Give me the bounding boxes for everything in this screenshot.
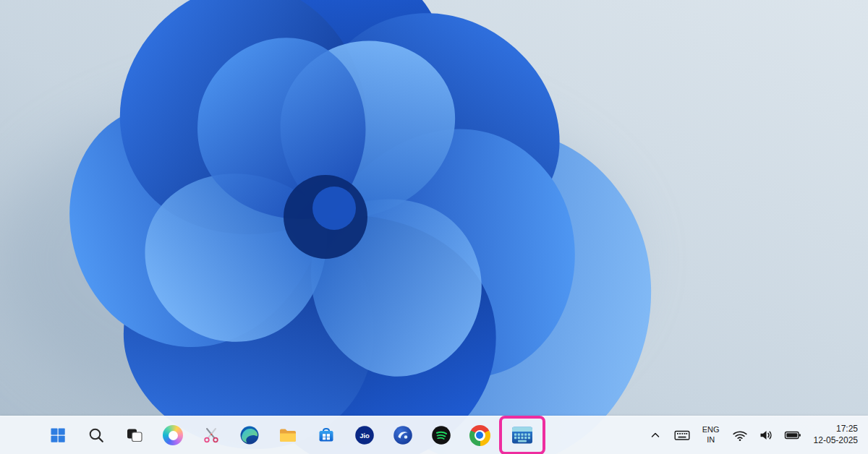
touch-keyboard-icon (673, 427, 691, 444)
network-button[interactable] (727, 421, 753, 450)
search-icon (87, 426, 106, 445)
store-bag-icon (316, 425, 336, 445)
chrome-button[interactable] (465, 421, 494, 450)
copilot-button[interactable] (158, 421, 187, 450)
chrome-icon (469, 425, 490, 446)
task-view-button[interactable] (120, 421, 149, 450)
hidden-icons-button[interactable] (644, 421, 666, 450)
clock-date: 12-05-2025 (814, 435, 858, 447)
snipping-tool-button[interactable] (197, 421, 226, 450)
taskbar: Jio (0, 416, 868, 454)
edge-button[interactable] (235, 421, 264, 450)
language-line1: ENG (702, 425, 720, 435)
virtual-keyboard-icon (511, 425, 534, 445)
file-explorer-button[interactable] (273, 421, 302, 450)
system-tray: ENG IN (644, 416, 868, 454)
copilot-icon (163, 425, 183, 445)
clock-time: 17:25 (836, 424, 858, 435)
microsoft-store-button[interactable] (312, 421, 341, 450)
battery-icon (783, 427, 802, 444)
search-button[interactable] (82, 421, 111, 450)
spotify-button[interactable] (427, 421, 456, 450)
folder-icon (278, 425, 298, 445)
blue-swirl-app-button[interactable] (388, 421, 417, 450)
task-view-icon (125, 426, 144, 445)
jio-label: Jio (359, 432, 370, 440)
desktop: Jio (0, 0, 868, 454)
blue-swirl-icon (392, 424, 414, 446)
quick-settings-group (727, 421, 807, 450)
spotify-icon (430, 424, 452, 446)
jio-circle-icon: Jio (354, 424, 375, 446)
chevron-up-icon (649, 429, 662, 442)
volume-button[interactable] (753, 421, 779, 450)
wallpaper (0, 0, 868, 454)
battery-button[interactable] (779, 421, 807, 450)
touch-keyboard-button[interactable] (669, 421, 695, 450)
jio-button[interactable]: Jio (350, 421, 379, 450)
language-line2: IN (707, 435, 715, 445)
windows-logo-icon (49, 427, 67, 444)
taskbar-pinned-apps: Jio (0, 420, 541, 450)
wallpaper-bloom-art (0, 0, 868, 454)
wifi-icon (731, 427, 749, 444)
speaker-icon (757, 427, 775, 444)
language-indicator[interactable]: ENG IN (698, 421, 724, 450)
start-button[interactable] (43, 421, 72, 450)
edge-swirl-icon (239, 424, 260, 446)
scissors-icon (202, 426, 221, 445)
clock[interactable]: 17:25 12-05-2025 (809, 421, 861, 450)
keyboard-app-button[interactable] (503, 420, 541, 450)
